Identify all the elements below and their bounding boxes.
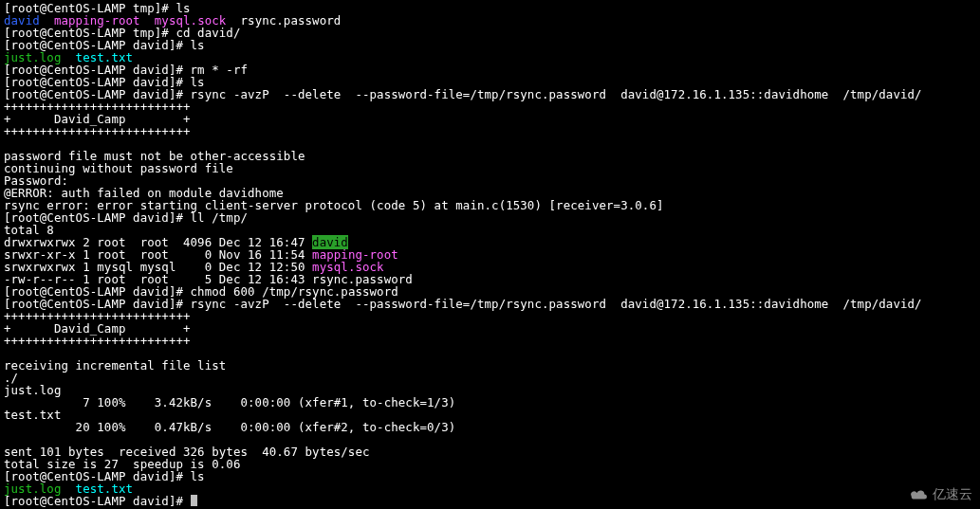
file-rsync-password: rsync.password bbox=[241, 13, 342, 27]
cmd-rsync: rsync -avzP --delete --password-file=/tm… bbox=[191, 297, 922, 311]
cmd-ls: ls bbox=[191, 469, 205, 483]
transfer-recv: receiving incremental file list bbox=[4, 358, 226, 373]
transfer-line1: 7 100% 3.42kB/s 0:00:00 (xfer#1, to-chec… bbox=[4, 395, 455, 409]
cmd-ll: ll /tmp/ bbox=[191, 210, 248, 225]
watermark-text: 亿速云 bbox=[933, 486, 972, 503]
terminal-output[interactable]: [root@CentOS-LAMP tmp]# ls david mapping… bbox=[0, 0, 980, 509]
watermark: 亿速云 bbox=[908, 486, 972, 503]
banner-rule: ++++++++++++++++++++++++++ bbox=[4, 334, 191, 348]
cloud-icon bbox=[908, 487, 929, 502]
cmd-ls: ls bbox=[191, 38, 205, 52]
cmd-rsync: rsync -avzP --delete --password-file=/tm… bbox=[191, 87, 922, 101]
banner-rule: ++++++++++++++++++++++++++ bbox=[4, 124, 191, 138]
prompt: [root@CentOS-LAMP david]# bbox=[4, 494, 191, 508]
transfer-line2: 20 100% 0.47kB/s 0:00:00 (xfer#2, to-che… bbox=[4, 420, 455, 434]
cursor[interactable] bbox=[191, 495, 197, 506]
